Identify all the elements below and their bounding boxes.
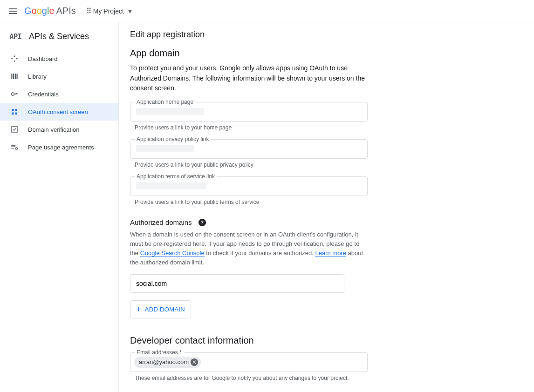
project-selector[interactable]: ⠿ My Project ▼ bbox=[86, 7, 133, 15]
sidebar-item-label: Page usage agreements bbox=[28, 144, 94, 151]
learn-more-link[interactable]: Learn more bbox=[315, 250, 346, 257]
sidebar-item-label: Library bbox=[28, 73, 47, 80]
list-gear-icon bbox=[10, 143, 19, 151]
app-domain-heading: App domain bbox=[130, 48, 518, 59]
auth-domains-desc: When a domain is used on the consent scr… bbox=[130, 230, 368, 268]
tos-hint: Provide users a link to your public term… bbox=[135, 199, 518, 205]
google-apis-logo[interactable]: Google APIs bbox=[24, 6, 76, 16]
redacted-value bbox=[136, 108, 204, 115]
svg-point-14 bbox=[15, 148, 18, 150]
plus-icon: + bbox=[136, 304, 141, 314]
tos-field: Application terms of service link bbox=[130, 176, 518, 196]
tos-label: Application terms of service link bbox=[135, 173, 217, 180]
sidebar-item-label: Credentials bbox=[28, 91, 59, 98]
privacy-label: Application privacy policy link bbox=[135, 136, 211, 142]
privacy-field: Application privacy policy link bbox=[130, 139, 518, 159]
project-icon: ⠿ bbox=[86, 7, 90, 15]
auth-domains-heading: Authorized domains ? bbox=[130, 218, 518, 226]
top-header: Google APIs ⠿ My Project ▼ bbox=[0, 0, 534, 22]
sidebar-item-label: OAuth consent screen bbox=[28, 108, 88, 115]
api-icon: API bbox=[9, 32, 21, 41]
svg-rect-10 bbox=[15, 109, 18, 111]
home-page-label: Application home page bbox=[135, 99, 195, 105]
email-chip: arran@yahoo.com ✕ bbox=[134, 357, 201, 368]
home-page-hint: Provide users a link to your home page bbox=[135, 124, 518, 131]
key-icon bbox=[10, 90, 19, 98]
hamburger-menu-icon[interactable] bbox=[7, 6, 19, 17]
svg-rect-4 bbox=[11, 74, 12, 79]
section-title: APIs & Services bbox=[29, 32, 89, 41]
home-page-field: Application home page bbox=[130, 102, 518, 122]
svg-point-1 bbox=[11, 58, 13, 60]
svg-rect-9 bbox=[12, 109, 14, 111]
email-label: Email addresses * bbox=[135, 349, 184, 356]
svg-point-0 bbox=[14, 55, 15, 57]
redacted-value bbox=[136, 145, 194, 152]
dashboard-icon bbox=[10, 54, 19, 63]
svg-point-3 bbox=[14, 61, 15, 62]
sidebar-item-domain-verification[interactable]: Domain verification bbox=[0, 121, 118, 138]
svg-rect-13 bbox=[12, 127, 17, 132]
svg-point-2 bbox=[16, 58, 18, 60]
email-hint: These email addresses are for Google to … bbox=[135, 375, 518, 381]
svg-rect-12 bbox=[15, 113, 18, 115]
dev-contact-heading: Developer contact information bbox=[130, 335, 518, 346]
sidebar-item-page-usage[interactable]: Page usage agreements bbox=[0, 138, 118, 156]
chevron-down-icon: ▼ bbox=[127, 7, 133, 15]
page-title: Edit app registration bbox=[130, 30, 518, 40]
sidebar-item-label: Dashboard bbox=[28, 55, 58, 62]
redacted-value bbox=[136, 182, 206, 189]
email-field: Email addresses * arran@yahoo.com ✕ bbox=[130, 352, 518, 372]
help-icon[interactable]: ? bbox=[199, 219, 206, 226]
svg-point-8 bbox=[11, 93, 14, 95]
add-domain-button[interactable]: + ADD DOMAIN bbox=[130, 300, 191, 318]
sidebar-header: API APIs & Services bbox=[0, 30, 118, 50]
sidebar-item-dashboard[interactable]: Dashboard bbox=[0, 50, 118, 68]
sidebar-item-credentials[interactable]: Credentials bbox=[0, 85, 118, 103]
app-domain-desc: To protect you and your users, Google on… bbox=[130, 63, 368, 94]
privacy-hint: Provide users a link to your public priv… bbox=[135, 162, 518, 168]
google-logo-text: Google bbox=[24, 6, 55, 16]
svg-rect-5 bbox=[13, 74, 14, 79]
sidebar-item-oauth-consent[interactable]: OAuth consent screen bbox=[0, 103, 118, 121]
svg-rect-11 bbox=[12, 113, 14, 115]
domain-input[interactable] bbox=[130, 274, 344, 293]
main-content: Edit app registration App domain To prot… bbox=[119, 22, 529, 392]
library-icon bbox=[10, 72, 19, 81]
svg-rect-7 bbox=[17, 74, 18, 79]
sidebar: API APIs & Services Dashboard Library Cr… bbox=[0, 22, 119, 392]
remove-chip-icon[interactable]: ✕ bbox=[191, 358, 198, 366]
sidebar-item-label: Domain verification bbox=[28, 126, 80, 133]
sidebar-item-library[interactable]: Library bbox=[0, 68, 118, 85]
svg-rect-6 bbox=[15, 74, 16, 79]
search-console-link[interactable]: Google Search Console bbox=[140, 250, 205, 257]
apis-text: APIs bbox=[56, 6, 76, 16]
consent-icon bbox=[10, 108, 19, 116]
check-icon bbox=[10, 125, 19, 134]
project-name: My Project bbox=[93, 7, 124, 15]
